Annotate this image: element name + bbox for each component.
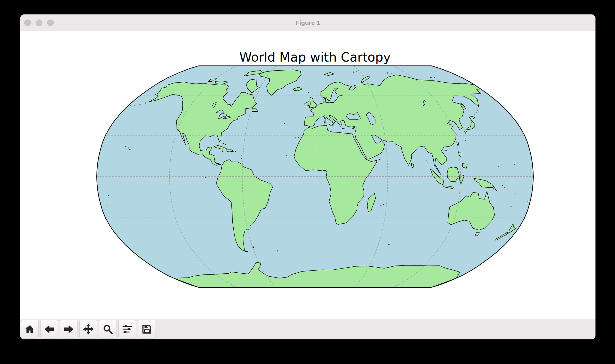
- back-button[interactable]: [40, 320, 58, 338]
- window-titlebar[interactable]: Figure 1: [20, 14, 595, 31]
- move-icon: [83, 323, 94, 335]
- forward-button[interactable]: [60, 320, 78, 338]
- minimize-button[interactable]: [36, 20, 42, 26]
- matplotlib-toolbar: [20, 319, 595, 339]
- world-map-svg[interactable]: [96, 65, 534, 288]
- close-button[interactable]: [24, 20, 31, 26]
- home-icon: [24, 323, 35, 335]
- save-icon: [141, 323, 153, 335]
- save-button[interactable]: [138, 320, 156, 338]
- arrow-right-icon: [63, 323, 74, 335]
- magnifier-icon: [102, 323, 114, 335]
- arrow-left-icon: [44, 323, 55, 335]
- pan-button[interactable]: [79, 320, 97, 338]
- plot-title: World Map with Cartopy: [96, 50, 534, 65]
- zoom-button[interactable]: [99, 320, 117, 338]
- desktop: Figure 1 World Map with Cartopy: [0, 0, 615, 364]
- figure-canvas: World Map with Cartopy: [20, 31, 595, 319]
- window-title: Figure 1: [20, 14, 595, 31]
- sliders-icon: [122, 323, 133, 335]
- figure-window: Figure 1 World Map with Cartopy: [20, 14, 595, 339]
- world-map[interactable]: [96, 65, 534, 288]
- subplots-button[interactable]: [118, 320, 136, 338]
- home-button[interactable]: [21, 320, 39, 338]
- zoom-window-button[interactable]: [47, 20, 54, 26]
